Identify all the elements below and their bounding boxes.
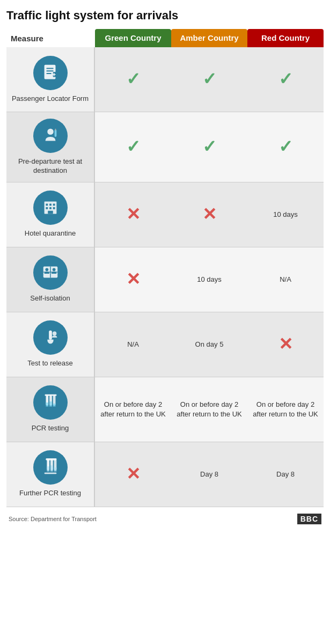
hotel-quarantine-red: 10 days xyxy=(247,182,324,247)
svg-rect-8 xyxy=(54,130,56,137)
svg-rect-1 xyxy=(46,68,53,69)
svg-rect-28 xyxy=(46,402,48,407)
hotel-icon xyxy=(33,191,68,225)
measure-further-pcr: Further PCR testing xyxy=(6,442,95,507)
svg-rect-36 xyxy=(50,466,53,472)
pcr-testing-amber-value: On or before day 2 after return to the U… xyxy=(174,400,244,419)
further-pcr-green: ✕ xyxy=(95,442,171,507)
passenger-locator-red: ✓ xyxy=(247,47,324,112)
hotel-quarantine-amber: ✕ xyxy=(171,182,247,247)
cross-icon: ✕ xyxy=(126,203,141,226)
document-icon xyxy=(33,56,68,90)
red-country-header: Red Country xyxy=(247,29,324,47)
pre-departure-icon xyxy=(33,119,68,153)
isolation-icon xyxy=(33,255,68,290)
hotel-quarantine-red-value: 10 days xyxy=(273,210,298,219)
svg-rect-23 xyxy=(49,331,52,340)
page-title: Traffic light system for arrivals xyxy=(6,9,324,23)
svg-rect-14 xyxy=(46,207,48,209)
passenger-locator-label: Passenger Locator Form xyxy=(12,94,89,104)
hotel-quarantine-label: Hotel quarantine xyxy=(25,229,76,238)
measure-self-isolation: Self-isolation xyxy=(6,247,95,312)
table-row: Pre-departure test at destination ✓ ✓ ✓ xyxy=(6,112,324,182)
svg-rect-15 xyxy=(49,207,52,209)
measure-test-to-release: Test to release xyxy=(6,312,95,377)
test-to-release-amber: On day 5 xyxy=(171,312,247,377)
cross-icon: ✕ xyxy=(202,203,217,226)
svg-rect-30 xyxy=(53,404,55,407)
svg-rect-29 xyxy=(49,401,52,407)
svg-rect-38 xyxy=(46,458,56,460)
measure-hotel-quarantine: Hotel quarantine xyxy=(6,182,95,247)
amber-country-header: Amber Country xyxy=(171,29,247,47)
self-isolation-red: N/A xyxy=(247,247,324,312)
self-isolation-label: Self-isolation xyxy=(30,294,70,303)
test-to-release-amber-value: On day 5 xyxy=(195,340,224,349)
svg-rect-39 xyxy=(44,473,56,474)
pre-departure-red: ✓ xyxy=(247,112,324,182)
svg-rect-35 xyxy=(47,466,49,472)
pcr-icon xyxy=(33,385,68,420)
pcr-testing-red: On or before day 2 after return to the U… xyxy=(247,377,324,442)
svg-rect-13 xyxy=(53,204,55,206)
test-to-release-green: N/A xyxy=(95,312,171,377)
svg-point-7 xyxy=(47,129,53,135)
passenger-locator-green: ✓ xyxy=(95,47,171,112)
further-pcr-red-value: Day 8 xyxy=(276,470,295,479)
passenger-locator-amber: ✓ xyxy=(171,47,247,112)
further-pcr-amber-value: Day 8 xyxy=(200,470,218,479)
svg-rect-3 xyxy=(46,73,52,74)
check-icon: ✓ xyxy=(126,136,141,158)
test-to-release-label: Test to release xyxy=(27,359,73,368)
measure-pre-departure: Pre-departure test at destination xyxy=(6,112,95,182)
measure-passenger-locator: Passenger Locator Form xyxy=(6,47,95,112)
svg-rect-9 xyxy=(55,129,56,131)
svg-point-21 xyxy=(45,268,48,272)
table-row: Further PCR testing ✕ Day 8 Day 8 xyxy=(6,442,324,507)
test-to-release-red: ✕ xyxy=(247,312,324,377)
pre-departure-amber: ✓ xyxy=(171,112,247,182)
table-row: Test to release N/A On day 5 ✕ xyxy=(6,312,324,377)
table-row: PCR testing On or before day 2 after ret… xyxy=(6,377,324,442)
test-release-icon xyxy=(33,320,68,355)
self-isolation-amber-value: 10 days xyxy=(197,275,222,284)
svg-rect-12 xyxy=(49,204,52,206)
pcr-testing-red-value: On or before day 2 after return to the U… xyxy=(251,400,320,419)
test-to-release-green-value: N/A xyxy=(127,340,139,349)
svg-rect-37 xyxy=(54,467,56,472)
svg-point-24 xyxy=(52,332,56,336)
footer: Source: Department for Transport BBC xyxy=(6,509,324,526)
table-row: Passenger Locator Form ✓ ✓ ✓ xyxy=(6,47,324,112)
check-icon: ✓ xyxy=(126,68,141,91)
pcr-testing-green-value: On or before day 2 after return to the U… xyxy=(98,400,168,419)
pcr-testing-label: PCR testing xyxy=(32,424,69,433)
hotel-quarantine-green: ✕ xyxy=(95,182,171,247)
cross-icon: ✕ xyxy=(278,333,293,356)
check-icon: ✓ xyxy=(278,136,293,158)
further-pcr-amber: Day 8 xyxy=(171,442,247,507)
check-icon: ✓ xyxy=(202,68,217,91)
pre-departure-green: ✓ xyxy=(95,112,171,182)
self-isolation-amber: 10 days xyxy=(171,247,247,312)
check-icon: ✓ xyxy=(278,68,293,91)
pcr-testing-amber: On or before day 2 after return to the U… xyxy=(171,377,247,442)
source-text: Source: Department for Transport xyxy=(9,516,97,522)
self-isolation-red-value: N/A xyxy=(280,275,291,284)
bbc-logo: BBC xyxy=(297,514,321,524)
table-row: Self-isolation ✕ 10 days N/A xyxy=(6,247,324,312)
pcr-testing-green: On or before day 2 after return to the U… xyxy=(95,377,171,442)
further-pcr-icon xyxy=(33,450,68,485)
measure-column-header: Measure xyxy=(6,29,95,47)
svg-rect-2 xyxy=(46,70,53,71)
table-header: Measure Green Country Amber Country Red … xyxy=(6,29,324,47)
svg-rect-17 xyxy=(48,211,53,214)
cross-icon: ✕ xyxy=(126,268,141,291)
pre-departure-label: Pre-departure test at destination xyxy=(11,157,90,175)
further-pcr-label: Further PCR testing xyxy=(19,489,81,498)
cross-icon: ✕ xyxy=(126,463,141,486)
svg-rect-16 xyxy=(53,207,55,209)
check-icon: ✓ xyxy=(202,136,217,158)
svg-rect-11 xyxy=(46,204,48,206)
green-country-header: Green Country xyxy=(95,29,171,47)
further-pcr-red: Day 8 xyxy=(247,442,324,507)
